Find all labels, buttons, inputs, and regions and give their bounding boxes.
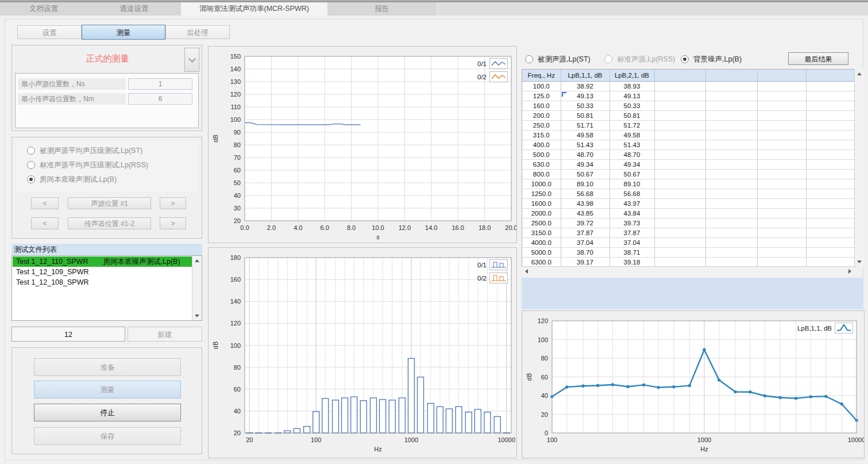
table-cell[interactable] (654, 248, 705, 258)
table-cell[interactable] (705, 170, 757, 179)
table-horizontal-scrollbar[interactable] (522, 266, 854, 275)
table-cell[interactable] (806, 101, 855, 111)
table-cell[interactable]: 43.97 (609, 199, 654, 209)
table-cell[interactable]: 48.70 (609, 150, 654, 160)
result-radio-lp-st[interactable]: 被测声源,Lp(ST) (525, 55, 591, 64)
radio-lp-b[interactable]: 房间本底噪声测试,Lp(B) (27, 175, 117, 184)
table-cell[interactable] (806, 150, 855, 160)
new-file-button[interactable]: 新建 (128, 327, 202, 342)
table-cell[interactable]: 56.68 (609, 189, 654, 199)
table-cell[interactable] (654, 228, 705, 238)
table-cell[interactable] (806, 218, 855, 228)
table-cell[interactable]: 200.0 (522, 111, 561, 121)
table-cell[interactable] (806, 131, 855, 140)
measure-button[interactable]: 测量 (34, 381, 181, 398)
table-cell[interactable] (705, 189, 757, 199)
table-cell[interactable] (705, 111, 757, 121)
table-row[interactable]: 4000.037.0437.04 (522, 238, 855, 248)
table-row[interactable]: 1000.089.1089.10 (522, 179, 855, 189)
table-cell[interactable]: 1250.0 (522, 189, 561, 199)
list-item[interactable]: Test 1_12_110_SPWR房间本底噪声测试,Lp(B) (13, 256, 192, 267)
table-cell[interactable] (806, 209, 855, 218)
table-cell[interactable] (806, 199, 855, 209)
table-row[interactable]: 125.049.1349.13 (522, 91, 855, 101)
table-cell[interactable] (806, 82, 855, 91)
final-result-button[interactable]: 最后结果 (788, 52, 848, 65)
table-row[interactable]: 2500.039.7239.73 (522, 218, 855, 228)
table-cell[interactable]: 38.92 (561, 82, 609, 91)
table-cell[interactable] (654, 101, 705, 111)
table-cell[interactable] (806, 238, 855, 248)
list-item[interactable]: Test 1_12_109_SPWR (13, 267, 192, 277)
table-cell[interactable]: 39.73 (609, 218, 654, 228)
table-cell[interactable] (757, 82, 806, 91)
table-row[interactable]: 1250.056.6856.68 (522, 189, 855, 199)
table-cell[interactable] (705, 199, 757, 209)
table-cell[interactable] (654, 131, 705, 140)
source-position-next-button[interactable]: > (160, 197, 186, 209)
table-cell[interactable]: 100.0 (522, 82, 561, 91)
save-button[interactable]: 保存 (34, 427, 181, 445)
table-cell[interactable] (654, 111, 705, 121)
table-cell[interactable]: 43.85 (561, 209, 609, 218)
table-cell[interactable] (705, 228, 757, 238)
table-cell[interactable]: 39.72 (561, 218, 609, 228)
table-cell[interactable]: 48.70 (561, 150, 609, 160)
table-row[interactable]: 250.051.7151.72 (522, 121, 855, 131)
table-cell[interactable] (757, 238, 806, 248)
source-position-button[interactable]: 声源位置 #1 (68, 197, 151, 209)
table-vertical-scrollbar[interactable] (854, 69, 863, 266)
table-cell[interactable]: 51.72 (609, 121, 654, 131)
table-cell[interactable] (654, 238, 705, 248)
table-cell[interactable] (806, 248, 855, 258)
table-cell[interactable] (806, 160, 855, 170)
table-cell[interactable] (654, 82, 705, 91)
mode-dropdown-button[interactable] (184, 48, 199, 72)
table-cell[interactable]: 51.71 (561, 121, 609, 131)
table-cell[interactable] (806, 258, 855, 267)
table-cell[interactable] (705, 82, 757, 91)
table-row[interactable]: 5000.038.7038.71 (522, 248, 855, 258)
table-cell[interactable]: 43.98 (561, 199, 609, 209)
prepare-button[interactable]: 准备 (34, 358, 181, 376)
table-cell[interactable]: 37.87 (609, 228, 654, 238)
result-radio-lp-b[interactable]: 背景噪声,Lp(B) (681, 55, 742, 64)
table-cell[interactable] (757, 189, 806, 199)
table-cell[interactable] (654, 199, 705, 209)
mic-position-prev-button[interactable]: < (31, 217, 59, 229)
table-cell[interactable]: 2500.0 (522, 218, 561, 228)
table-row[interactable]: 6300.039.1739.18 (522, 258, 855, 267)
table-cell[interactable]: 38.93 (609, 82, 654, 91)
table-cell[interactable] (806, 189, 855, 199)
scroll-left-icon[interactable] (522, 267, 531, 276)
mic-position-next-button[interactable]: > (160, 217, 186, 229)
table-cell[interactable] (757, 209, 806, 218)
table-cell[interactable] (654, 140, 705, 150)
table-cell[interactable]: 49.34 (609, 160, 654, 170)
table-cell[interactable] (757, 248, 806, 258)
table-cell[interactable] (806, 111, 855, 121)
table-cell[interactable] (806, 121, 855, 131)
table-cell[interactable] (705, 91, 757, 101)
table-cell[interactable]: 49.13 (609, 91, 654, 101)
table-cell[interactable]: 2000.0 (522, 209, 561, 218)
table-cell[interactable] (757, 199, 806, 209)
table-cell[interactable] (806, 179, 855, 189)
table-cell[interactable]: 37.04 (561, 238, 609, 248)
table-cell[interactable]: 3150.0 (522, 228, 561, 238)
table-cell[interactable]: 4000.0 (522, 238, 561, 248)
table-cell[interactable] (654, 150, 705, 160)
table-cell[interactable] (806, 170, 855, 179)
table-cell[interactable] (705, 218, 757, 228)
table-cell[interactable] (757, 131, 806, 140)
table-row[interactable]: 3150.037.8737.87 (522, 228, 855, 238)
result-radio-lp-rss[interactable]: 标准声源,Lp(RSS) (604, 55, 675, 64)
table-cell[interactable]: 49.58 (609, 131, 654, 140)
table-cell[interactable] (705, 131, 757, 140)
table-cell[interactable]: 6300.0 (522, 258, 561, 267)
table-cell[interactable] (705, 248, 757, 258)
table-row[interactable]: 1600.043.9843.97 (522, 199, 855, 209)
table-cell[interactable]: 37.04 (609, 238, 654, 248)
table-row[interactable]: 2000.043.8543.84 (522, 209, 855, 218)
table-cell[interactable]: 39.17 (561, 258, 609, 267)
